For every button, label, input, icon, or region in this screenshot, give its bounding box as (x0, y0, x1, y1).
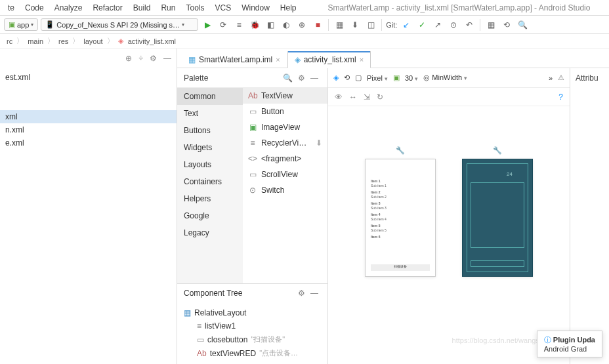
ct-listview[interactable]: ≡listView1 (184, 319, 321, 333)
apply-changes-icon[interactable]: ⟳ (217, 18, 230, 31)
device-selector[interactable]: 📱 Copy_of_Nexus S API 29 (Missing s… ▾ (41, 18, 198, 31)
pan-icon[interactable]: ↔ (349, 92, 357, 102)
git-update-icon[interactable]: ↙ (400, 18, 413, 31)
breadcrumb-file[interactable]: activity_list.xml (127, 37, 177, 45)
wrench-icon[interactable]: 🔧 (493, 146, 502, 155)
palette-cat-text[interactable]: Text (177, 105, 243, 122)
settings-icon[interactable]: ⚙ (295, 73, 308, 83)
minimize-icon[interactable]: — (163, 54, 171, 63)
ct-textviewred[interactable]: AbtextViewRED "点击设备… (184, 346, 321, 360)
attributes-title: Attribu (576, 73, 604, 83)
ct-relativelayout[interactable]: ▦RelativeLayout (184, 306, 321, 319)
menu-code[interactable]: Code (20, 3, 49, 12)
breadcrumb-part[interactable]: main (26, 37, 45, 45)
project-tree: est.xml xml n.xml e.xml (0, 68, 177, 364)
project-structure-icon[interactable]: ▦ (484, 18, 497, 31)
palette-cat-legacy[interactable]: Legacy (177, 224, 243, 241)
avd-manager-icon[interactable]: ▦ (333, 18, 346, 31)
git-commit-icon[interactable]: ✓ (415, 18, 429, 31)
palette-cat-widgets[interactable]: Widgets (177, 139, 243, 156)
stop-icon[interactable]: ■ (311, 18, 324, 31)
tree-item[interactable]: n.xml (0, 123, 177, 136)
git-label: Git: (386, 21, 397, 29)
design-surface-icon[interactable]: ◈ (333, 73, 339, 82)
divide-icon[interactable]: ÷ (138, 54, 143, 63)
widget-scrollview[interactable]: ▭ScrollView (243, 167, 327, 182)
menu-refactor[interactable]: Refactor (87, 3, 127, 12)
target-icon[interactable]: ⊕ (125, 54, 132, 63)
search-icon[interactable]: 🔍 (280, 73, 295, 83)
sdk-manager-icon[interactable]: ⬇ (348, 18, 362, 31)
git-history-icon[interactable]: ⊙ (447, 18, 460, 31)
palette-cat-helpers[interactable]: Helpers (177, 190, 243, 207)
git-push-icon[interactable]: ↗ (431, 18, 444, 31)
minimize-icon[interactable]: — (308, 73, 321, 83)
menu-run[interactable]: Run (156, 3, 180, 12)
plugin-update-notification[interactable]: ⓘ Plugin Upda Android Grad (537, 331, 602, 357)
ct-closebutton[interactable]: ▭closebutton "扫描设备" (184, 333, 321, 346)
widget-fragment[interactable]: <><fragment> (243, 151, 327, 167)
menu-vcs[interactable]: VCS (209, 3, 236, 12)
menu-item[interactable]: te (3, 3, 20, 12)
palette-cat-common[interactable]: Common (177, 88, 243, 105)
preview-canvas[interactable]: 🔧 Item 1Sub item 1 Item 2Sub item 2 Item… (328, 106, 570, 364)
coverage-icon[interactable]: ◧ (264, 18, 277, 31)
widget-recyclerview[interactable]: ≡RecyclerVi…⬇ (243, 135, 327, 151)
menu-tools[interactable]: Tools (180, 3, 209, 12)
minimize-icon[interactable]: — (308, 289, 321, 298)
widget-switch[interactable]: ⊙Switch (243, 182, 327, 198)
download-icon[interactable]: ⬇ (316, 138, 322, 148)
settings-icon[interactable]: ⚙ (150, 54, 157, 63)
search-icon[interactable]: 🔍 (516, 18, 529, 31)
settings-icon[interactable]: ⚙ (295, 289, 308, 298)
profile-icon[interactable]: ◐ (280, 18, 293, 31)
palette-cat-layouts[interactable]: Layouts (177, 156, 243, 173)
widget-textview[interactable]: AbTextView (243, 88, 327, 104)
wrench-icon[interactable]: 🔧 (396, 146, 405, 155)
warnings-icon[interactable]: ⚠ (558, 73, 564, 82)
widget-imageview[interactable]: ▣ImageView (243, 119, 327, 135)
tree-item[interactable]: e.xml (0, 136, 177, 150)
zoom-icon[interactable]: ⇲ (364, 92, 370, 102)
tree-item[interactable]: xml (0, 110, 177, 123)
design-device[interactable]: 🔧 Item 1Sub item 1 Item 2Sub item 2 Item… (365, 159, 436, 277)
palette-cat-buttons[interactable]: Buttons (177, 122, 243, 139)
breadcrumb-part[interactable]: rc (5, 37, 14, 45)
breadcrumb: rc〉 main〉 res〉 layout〉 ◈ activity_list.x… (0, 34, 609, 49)
close-icon[interactable]: × (276, 56, 280, 64)
preview-button: 扫描设备 (371, 264, 430, 271)
orientation-icon[interactable]: ⟲ (344, 73, 350, 82)
breadcrumb-part[interactable]: layout (82, 37, 104, 45)
resource-manager-icon[interactable]: ◫ (364, 18, 377, 31)
git-revert-icon[interactable]: ↶ (463, 18, 476, 31)
close-icon[interactable]: × (360, 56, 364, 64)
restart-icon[interactable]: ≡ (232, 18, 245, 31)
theme-selector[interactable]: ◎ MinWidth ▾ (423, 73, 467, 82)
breadcrumb-part[interactable]: res (57, 37, 70, 45)
tab-iml[interactable]: ▦ SmartWaterLamp.iml × (181, 51, 287, 68)
api-selector[interactable]: 30 ▾ (405, 74, 418, 82)
palette-categories: Common Text Buttons Widgets Layouts Cont… (177, 88, 243, 283)
sync-icon[interactable]: ⟲ (500, 18, 513, 31)
attach-debugger-icon[interactable]: ⊕ (295, 18, 308, 31)
blueprint-device[interactable]: 🔧 24 (462, 159, 533, 277)
device-selector[interactable]: Pixel ▾ (367, 74, 388, 82)
tab-layout[interactable]: ◈ activity_list.xml × (287, 51, 371, 68)
run-icon[interactable]: ▶ (201, 18, 214, 31)
notification-title: Plugin Upda (553, 336, 595, 344)
menu-window[interactable]: Window (236, 3, 275, 12)
menu-help[interactable]: Help (275, 3, 302, 12)
menu-build[interactable]: Build (128, 3, 156, 12)
menu-analyze[interactable]: Analyze (49, 3, 88, 12)
tree-item[interactable]: est.xml (0, 71, 177, 84)
help-icon[interactable]: ? (558, 92, 563, 102)
eye-icon[interactable]: 👁 (335, 92, 343, 102)
run-config-selector[interactable]: ▣ app ▾ (4, 18, 38, 31)
more-icon[interactable]: » (549, 74, 553, 82)
palette-body: Common Text Buttons Widgets Layouts Cont… (177, 88, 327, 283)
palette-cat-google[interactable]: Google (177, 207, 243, 224)
debug-icon[interactable]: 🐞 (248, 18, 261, 31)
widget-button[interactable]: ▭Button (243, 104, 327, 119)
refresh-icon[interactable]: ↻ (377, 92, 383, 102)
palette-cat-containers[interactable]: Containers (177, 173, 243, 190)
